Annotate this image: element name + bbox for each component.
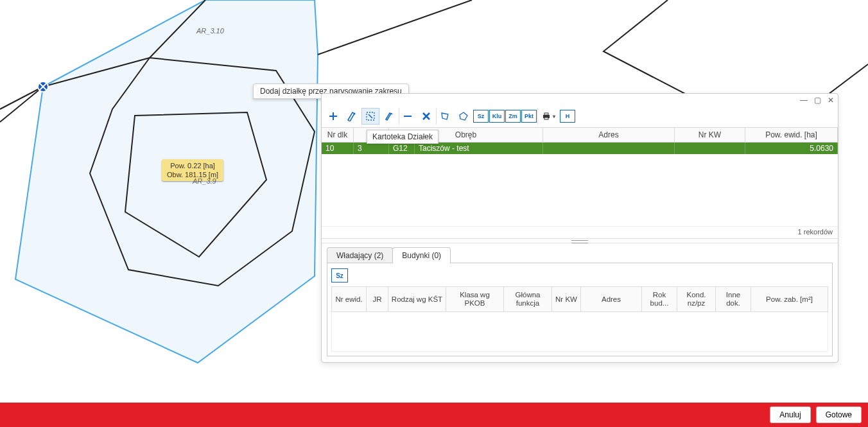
parcels-dialog: — ▢ ✕ Sz Klu Zm Pkt <box>321 93 838 363</box>
map-edge <box>0 87 43 122</box>
svg-marker-5 <box>442 113 448 119</box>
dialog-titlebar[interactable]: — ▢ ✕ <box>322 94 838 107</box>
cell-nr-kw <box>675 143 745 154</box>
buildings-toolbar: Sz <box>331 267 828 286</box>
cell-adres <box>543 143 675 154</box>
detail-tabs: Władający (2) Budynki (0) <box>322 243 838 263</box>
building-details-button[interactable]: Sz <box>331 268 348 283</box>
svg-point-2 <box>354 113 356 115</box>
col-nr-kw[interactable]: Nr KW <box>675 128 745 143</box>
col2-rok[interactable]: Rok bud... <box>642 286 677 312</box>
selected-parcel-shape <box>15 0 318 363</box>
maximize-icon[interactable]: ▢ <box>814 96 821 104</box>
close-icon[interactable]: ✕ <box>828 96 834 104</box>
cell-nr-dlk: 10 <box>322 143 354 154</box>
col-adres[interactable]: Adres <box>543 128 675 143</box>
add-point-button[interactable] <box>343 108 361 125</box>
col2-klasa[interactable]: Klasa wg PKOB <box>446 286 504 312</box>
svg-rect-8 <box>544 113 548 115</box>
bottom-bar: Anuluj Gotowe <box>0 403 868 427</box>
pick-button[interactable] <box>380 108 398 125</box>
map-edge <box>0 87 43 109</box>
col2-jr[interactable]: JR <box>367 286 388 312</box>
remove-button[interactable] <box>399 108 417 125</box>
svg-marker-6 <box>460 112 467 120</box>
buildings-grid-body[interactable] <box>331 312 828 352</box>
cell-pow: 5.0630 <box>745 143 838 154</box>
cell-obreb: Taciszów - test <box>415 143 543 154</box>
buildings-grid-header: Nr ewid. JR Rodzaj wg KŚT Klasa wg PKOB … <box>331 286 828 312</box>
grid-footer: 1 rekordów <box>322 226 838 238</box>
col2-pow[interactable]: Pow. zab. [m²] <box>751 286 828 312</box>
cancel-button[interactable]: Anuluj <box>770 406 810 423</box>
toolbar-tooltip: Kartoteka Działek <box>367 130 438 144</box>
select-poly2-button[interactable] <box>455 108 473 125</box>
pkt-button[interactable]: Pkt <box>521 110 537 123</box>
tab-panel-buildings: Sz Nr ewid. JR Rodzaj wg KŚT Klasa wg PK… <box>327 263 833 356</box>
clear-button[interactable] <box>417 108 435 125</box>
cell-a: 3 <box>354 143 389 154</box>
details-sz-button[interactable]: Sz <box>473 110 489 123</box>
col2-funkcja[interactable]: Główna funkcja <box>504 286 552 312</box>
ok-button[interactable]: Gotowe <box>816 406 862 423</box>
print-button[interactable]: ▾ <box>537 108 559 125</box>
measure-area: Pow. 0.22 [ha] <box>167 161 218 170</box>
add-by-draw-button[interactable] <box>361 108 379 125</box>
col2-nrkw[interactable]: Nr KW <box>552 286 581 312</box>
col2-rodzaj[interactable]: Rodzaj wg KŚT <box>388 286 446 312</box>
table-row[interactable]: 10 3 G12 Taciszów - test 5.0630 <box>322 143 838 154</box>
cell-code: G12 <box>389 143 415 154</box>
col2-adres[interactable]: Adres <box>581 286 642 312</box>
add-button[interactable] <box>324 108 342 125</box>
col-nr-dlk[interactable]: Nr dlk <box>322 128 354 143</box>
klu-button[interactable]: Klu <box>489 110 505 123</box>
grid-body[interactable]: 10 3 G12 Taciszów - test 5.0630 <box>322 143 838 226</box>
col-pow[interactable]: Pow. ewid. [ha] <box>745 128 838 143</box>
parcel-label-upper: AR_3.10 <box>196 27 224 35</box>
map-edge <box>318 0 472 55</box>
col2-kond[interactable]: Kond. nz/pz <box>677 286 716 312</box>
tab-owners[interactable]: Władający (2) <box>327 247 393 263</box>
col2-nr-ewid[interactable]: Nr ewid. <box>331 286 367 312</box>
svg-rect-4 <box>404 116 412 117</box>
history-button[interactable]: H <box>560 110 575 123</box>
tab-buildings[interactable]: Budynki (0) <box>392 247 451 263</box>
col2-inne[interactable]: Inne dok. <box>716 286 751 312</box>
svg-rect-9 <box>544 118 548 119</box>
parcel-label-lower: AR_3.9 <box>193 177 216 185</box>
minimize-icon[interactable]: — <box>800 96 808 104</box>
dialog-toolbar: Sz Klu Zm Pkt ▾ H Kartoteka Działek <box>322 107 838 127</box>
splitter-icon[interactable] <box>322 238 838 243</box>
zm-button[interactable]: Zm <box>505 110 521 123</box>
select-poly-button[interactable] <box>436 108 454 125</box>
